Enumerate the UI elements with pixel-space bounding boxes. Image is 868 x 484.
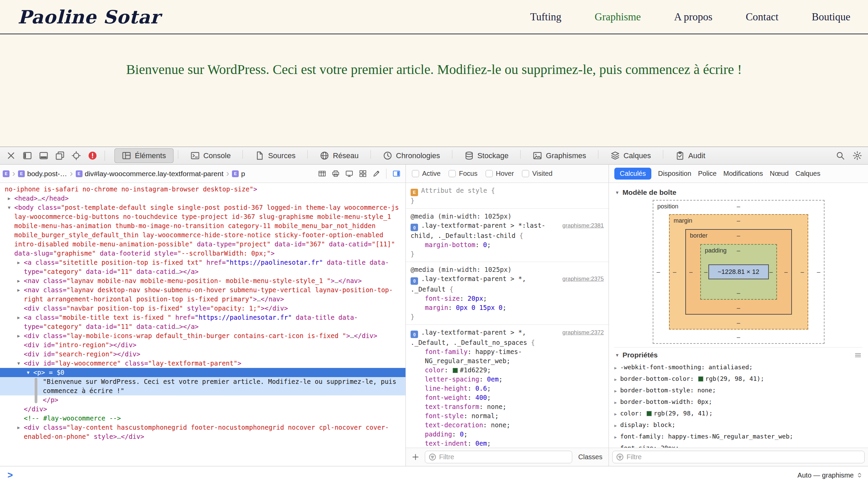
- state-checkbox-focus[interactable]: Focus: [449, 170, 477, 178]
- sidebar-tab-disposition[interactable]: Disposition: [658, 170, 691, 178]
- css-property[interactable]: letter-spacing: 0em;: [411, 375, 604, 384]
- close-button[interactable]: [3, 149, 18, 162]
- tab-éléments[interactable]: Éléments: [114, 148, 174, 163]
- color-swatch[interactable]: [453, 368, 458, 373]
- disclosure-triangle-icon[interactable]: ▶: [15, 276, 22, 285]
- breadcrumb-item[interactable]: E: [3, 170, 10, 177]
- styles-filter-field[interactable]: [425, 451, 572, 463]
- tab-réseau[interactable]: Réseau: [312, 148, 366, 163]
- settings-button[interactable]: [850, 149, 865, 162]
- computed-property[interactable]: ▶border-bottom-color: rgb(29, 98, 41);: [614, 373, 863, 385]
- computed-property[interactable]: ▶display: block;: [614, 420, 863, 431]
- disclosure-triangle-icon[interactable]: ▶: [614, 389, 617, 393]
- css-selector[interactable]: .lay-textformat-parent > *, ._Default, .…: [411, 329, 527, 347]
- dom-node-line[interactable]: ▶<a class="mobile-title text is-fixed " …: [0, 313, 405, 331]
- grid-overlay-button[interactable]: [356, 167, 369, 180]
- site-title[interactable]: Paoline Sotar: [18, 6, 160, 28]
- computed-filter-input[interactable]: [627, 453, 861, 461]
- execution-context-selector[interactable]: Auto — graphisme: [797, 471, 863, 479]
- nav-item[interactable]: A propos: [674, 11, 712, 23]
- nav-item[interactable]: Boutique: [812, 11, 850, 23]
- disclosure-triangle-icon[interactable]: ▶: [614, 400, 617, 405]
- classes-button[interactable]: Classes: [576, 453, 605, 461]
- disclosure-triangle-icon[interactable]: ▶: [15, 331, 22, 340]
- console-prompt-icon[interactable]: >: [7, 470, 13, 481]
- issues-badge-button[interactable]: [85, 149, 100, 162]
- box-value-dash[interactable]: –: [673, 268, 676, 276]
- print-button[interactable]: [329, 167, 342, 180]
- disclosure-triangle-icon[interactable]: ▶: [614, 423, 617, 428]
- css-property[interactable]: line-height: 0.6;: [411, 384, 604, 393]
- box-value-dash[interactable]: –: [737, 217, 740, 224]
- tab-audit[interactable]: Audit: [668, 148, 713, 163]
- box-value-dash[interactable]: –: [657, 268, 660, 276]
- css-property[interactable]: padding: 0;: [411, 430, 604, 439]
- box-value-dash[interactable]: –: [737, 334, 740, 341]
- css-property[interactable]: text-transform: none;: [411, 402, 604, 411]
- dom-node-line[interactable]: ▶<a class="sitetitle position-top is-fix…: [0, 258, 405, 276]
- dom-node-line[interactable]: ▶<head>…</head>: [0, 194, 405, 203]
- computed-property[interactable]: ▶-webkit-font-smoothing: antialiased;: [614, 362, 863, 373]
- list-icon[interactable]: [854, 351, 862, 359]
- computed-filter-field[interactable]: [612, 451, 865, 463]
- stylesheet-link[interactable]: graphisme:2381: [562, 221, 604, 230]
- search-button[interactable]: [833, 149, 848, 162]
- box-value-dash[interactable]: –: [784, 268, 788, 276]
- disclosure-triangle-icon[interactable]: ▶: [614, 412, 617, 416]
- box-model-section-header[interactable]: ▼ Modèle de boîte: [614, 185, 863, 199]
- css-property[interactable]: margin-bottom: 0;: [411, 240, 604, 249]
- computed-property[interactable]: ▶color: rgb(29, 98, 41);: [614, 408, 863, 420]
- dom-node-line[interactable]: <div id="intro-region"></div>: [0, 340, 405, 350]
- disclosure-triangle-icon[interactable]: ▼: [5, 203, 13, 212]
- sidebar-tab-police[interactable]: Police: [698, 170, 717, 178]
- breadcrumb-item[interactable]: Ediv#lay-woocommerce.lay-textformat-pare…: [76, 170, 223, 178]
- css-property[interactable]: font-size: 20px;: [411, 294, 604, 303]
- css-selector[interactable]: .lay-textformat-parent > *:last-child, .…: [411, 222, 545, 240]
- box-value-dash[interactable]: –: [769, 268, 773, 276]
- layout-button[interactable]: [315, 167, 328, 180]
- box-value-dash[interactable]: –: [737, 304, 740, 312]
- box-value-dash[interactable]: –: [689, 268, 693, 276]
- styles-filter-input[interactable]: [439, 453, 568, 461]
- box-value-dash[interactable]: –: [737, 290, 740, 297]
- dock-bottom-button[interactable]: [36, 149, 51, 162]
- box-model-content[interactable]: ~1228.81 × 12: [708, 264, 769, 279]
- tab-console[interactable]: Console: [183, 148, 238, 163]
- sidebar-tab-nœud[interactable]: Nœud: [770, 170, 789, 178]
- screen-button[interactable]: [343, 167, 356, 180]
- dom-node-line[interactable]: <!-- #lay-woocommerce -->: [0, 414, 405, 423]
- css-property[interactable]: font-weight: 400;: [411, 393, 604, 402]
- sidebar-tab-calculés[interactable]: Calculés: [614, 168, 651, 180]
- box-value-dash[interactable]: –: [704, 268, 708, 276]
- disclosure-triangle-icon[interactable]: ▶: [614, 377, 617, 382]
- disclosure-triangle-icon[interactable]: ▶: [5, 194, 13, 203]
- computed-property[interactable]: ▶border-bottom-width: 0px;: [614, 396, 863, 408]
- box-value-dash[interactable]: –: [737, 232, 740, 239]
- state-checkbox-visited[interactable]: Visited: [522, 170, 553, 178]
- state-checkbox-active[interactable]: Active: [412, 170, 440, 178]
- css-property[interactable]: margin: 0px 0 15px 0;: [411, 303, 604, 312]
- box-value-dash[interactable]: –: [800, 268, 804, 276]
- dom-node-line[interactable]: <div class="navbar position-top is-fixed…: [0, 304, 405, 313]
- computed-property[interactable]: ▶font-family: happy-times-NG_regular_mas…: [614, 431, 863, 443]
- dom-node-line[interactable]: ▶<nav class="laynav desktop-nav show-sub…: [0, 285, 405, 304]
- dom-node-line[interactable]: ▼<p> = $0: [0, 368, 405, 377]
- state-checkbox-hover[interactable]: Hover: [486, 170, 514, 178]
- disclosure-triangle-icon[interactable]: ▶: [15, 313, 22, 322]
- quick-console[interactable]: > Auto — graphisme: [0, 466, 868, 484]
- disclosure-triangle-icon[interactable]: ▼: [24, 368, 32, 377]
- nav-item[interactable]: Contact: [746, 11, 778, 23]
- css-property[interactable]: font-family: happy-times-NG_regular_mast…: [411, 347, 604, 366]
- dom-node-line[interactable]: ▶<div class="lay-mobile-icons-wrap defau…: [0, 331, 405, 340]
- breadcrumb-item[interactable]: Ep: [232, 170, 245, 178]
- box-value-dash[interactable]: –: [817, 268, 820, 276]
- css-selector[interactable]: .lay-textformat-parent > *, ._Default: [411, 275, 526, 293]
- box-value-dash[interactable]: –: [737, 247, 740, 254]
- dom-node-line[interactable]: </div>: [0, 405, 405, 414]
- css-property[interactable]: text-indent: 0em;: [411, 439, 604, 448]
- disclosure-triangle-icon[interactable]: ▶: [15, 423, 22, 432]
- dock-side-button[interactable]: [20, 149, 35, 162]
- disclosure-triangle-icon[interactable]: ▶: [614, 435, 617, 440]
- disclosure-triangle-icon[interactable]: ▶: [614, 366, 617, 370]
- disclosure-triangle-icon[interactable]: ▶: [15, 258, 22, 267]
